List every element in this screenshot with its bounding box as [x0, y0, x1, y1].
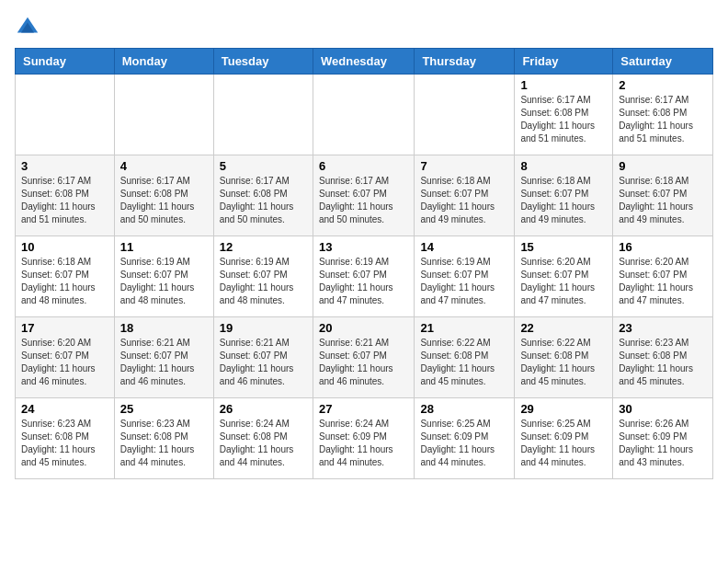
- day-of-week-header: Monday: [114, 49, 213, 75]
- day-info: Sunrise: 6:17 AM Sunset: 6:08 PM Dayligh…: [619, 94, 707, 145]
- logo: [15, 15, 44, 40]
- day-info: Sunrise: 6:18 AM Sunset: 6:07 PM Dayligh…: [619, 175, 707, 226]
- day-info: Sunrise: 6:21 AM Sunset: 6:07 PM Dayligh…: [120, 337, 208, 388]
- day-info: Sunrise: 6:17 AM Sunset: 6:08 PM Dayligh…: [220, 175, 307, 226]
- calendar-cell: 21Sunrise: 6:22 AM Sunset: 6:08 PM Dayli…: [415, 317, 515, 398]
- calendar-cell: 19Sunrise: 6:21 AM Sunset: 6:07 PM Dayli…: [213, 317, 313, 398]
- day-info: Sunrise: 6:18 AM Sunset: 6:07 PM Dayligh…: [520, 175, 607, 226]
- day-number: 8: [520, 159, 607, 173]
- calendar-cell: [313, 75, 414, 155]
- calendar-cell: 16Sunrise: 6:20 AM Sunset: 6:07 PM Dayli…: [613, 236, 713, 317]
- day-info: Sunrise: 6:21 AM Sunset: 6:07 PM Dayligh…: [220, 337, 307, 388]
- day-number: 17: [21, 321, 108, 335]
- calendar-header-row: SundayMondayTuesdayWednesdayThursdayFrid…: [16, 49, 713, 75]
- day-info: Sunrise: 6:24 AM Sunset: 6:09 PM Dayligh…: [319, 418, 408, 469]
- day-number: 6: [319, 159, 408, 173]
- calendar-cell: [213, 75, 313, 155]
- calendar-cell: [415, 75, 515, 155]
- day-number: 21: [420, 321, 508, 335]
- calendar-cell: 17Sunrise: 6:20 AM Sunset: 6:07 PM Dayli…: [16, 317, 115, 398]
- calendar-week-row: 3Sunrise: 6:17 AM Sunset: 6:08 PM Daylig…: [16, 155, 713, 236]
- calendar-cell: 9Sunrise: 6:18 AM Sunset: 6:07 PM Daylig…: [613, 155, 713, 236]
- calendar-cell: 15Sunrise: 6:20 AM Sunset: 6:07 PM Dayli…: [515, 236, 613, 317]
- day-info: Sunrise: 6:17 AM Sunset: 6:08 PM Dayligh…: [520, 94, 607, 145]
- calendar-cell: 4Sunrise: 6:17 AM Sunset: 6:08 PM Daylig…: [114, 155, 213, 236]
- calendar-cell: 20Sunrise: 6:21 AM Sunset: 6:07 PM Dayli…: [313, 317, 414, 398]
- calendar-cell: 6Sunrise: 6:17 AM Sunset: 6:07 PM Daylig…: [313, 155, 414, 236]
- day-number: 18: [120, 321, 208, 335]
- logo-icon: [15, 15, 40, 40]
- day-info: Sunrise: 6:17 AM Sunset: 6:07 PM Dayligh…: [319, 175, 408, 226]
- day-info: Sunrise: 6:25 AM Sunset: 6:09 PM Dayligh…: [520, 418, 607, 469]
- day-info: Sunrise: 6:22 AM Sunset: 6:08 PM Dayligh…: [420, 337, 508, 388]
- calendar-cell: 2Sunrise: 6:17 AM Sunset: 6:08 PM Daylig…: [613, 75, 713, 155]
- calendar-week-row: 10Sunrise: 6:18 AM Sunset: 6:07 PM Dayli…: [16, 236, 713, 317]
- day-number: 7: [420, 159, 508, 173]
- day-info: Sunrise: 6:25 AM Sunset: 6:09 PM Dayligh…: [420, 418, 508, 469]
- day-number: 14: [420, 240, 508, 254]
- day-info: Sunrise: 6:19 AM Sunset: 6:07 PM Dayligh…: [319, 256, 408, 307]
- day-info: Sunrise: 6:23 AM Sunset: 6:08 PM Dayligh…: [21, 418, 108, 469]
- calendar-cell: 28Sunrise: 6:25 AM Sunset: 6:09 PM Dayli…: [415, 398, 515, 479]
- calendar-week-row: 17Sunrise: 6:20 AM Sunset: 6:07 PM Dayli…: [16, 317, 713, 398]
- calendar-cell: 30Sunrise: 6:26 AM Sunset: 6:09 PM Dayli…: [613, 398, 713, 479]
- calendar-cell: 13Sunrise: 6:19 AM Sunset: 6:07 PM Dayli…: [313, 236, 414, 317]
- day-number: 3: [21, 159, 108, 173]
- calendar-cell: 10Sunrise: 6:18 AM Sunset: 6:07 PM Dayli…: [16, 236, 115, 317]
- day-info: Sunrise: 6:21 AM Sunset: 6:07 PM Dayligh…: [319, 337, 408, 388]
- day-number: 4: [120, 159, 208, 173]
- day-number: 2: [619, 78, 707, 92]
- calendar-cell: 25Sunrise: 6:23 AM Sunset: 6:08 PM Dayli…: [114, 398, 213, 479]
- calendar-week-row: 24Sunrise: 6:23 AM Sunset: 6:08 PM Dayli…: [16, 398, 713, 479]
- calendar-table: SundayMondayTuesdayWednesdayThursdayFrid…: [15, 48, 713, 479]
- day-info: Sunrise: 6:20 AM Sunset: 6:07 PM Dayligh…: [520, 256, 607, 307]
- day-number: 11: [120, 240, 208, 254]
- calendar-cell: 24Sunrise: 6:23 AM Sunset: 6:08 PM Dayli…: [16, 398, 115, 479]
- day-number: 30: [619, 402, 707, 416]
- day-number: 27: [319, 402, 408, 416]
- day-info: Sunrise: 6:19 AM Sunset: 6:07 PM Dayligh…: [420, 256, 508, 307]
- calendar-cell: 27Sunrise: 6:24 AM Sunset: 6:09 PM Dayli…: [313, 398, 414, 479]
- day-info: Sunrise: 6:19 AM Sunset: 6:07 PM Dayligh…: [220, 256, 307, 307]
- day-info: Sunrise: 6:26 AM Sunset: 6:09 PM Dayligh…: [619, 418, 707, 469]
- day-info: Sunrise: 6:17 AM Sunset: 6:08 PM Dayligh…: [120, 175, 208, 226]
- day-number: 28: [420, 402, 508, 416]
- calendar-cell: 3Sunrise: 6:17 AM Sunset: 6:08 PM Daylig…: [16, 155, 115, 236]
- day-of-week-header: Saturday: [613, 49, 713, 75]
- calendar-cell: 5Sunrise: 6:17 AM Sunset: 6:08 PM Daylig…: [213, 155, 313, 236]
- calendar-cell: 7Sunrise: 6:18 AM Sunset: 6:07 PM Daylig…: [415, 155, 515, 236]
- day-info: Sunrise: 6:23 AM Sunset: 6:08 PM Dayligh…: [619, 337, 707, 388]
- day-number: 5: [220, 159, 307, 173]
- day-number: 24: [21, 402, 108, 416]
- day-of-week-header: Wednesday: [313, 49, 414, 75]
- day-number: 25: [120, 402, 208, 416]
- calendar-cell: 8Sunrise: 6:18 AM Sunset: 6:07 PM Daylig…: [515, 155, 613, 236]
- day-info: Sunrise: 6:24 AM Sunset: 6:08 PM Dayligh…: [220, 418, 307, 469]
- day-info: Sunrise: 6:18 AM Sunset: 6:07 PM Dayligh…: [21, 256, 108, 307]
- day-of-week-header: Tuesday: [213, 49, 313, 75]
- page-header: [15, 15, 713, 40]
- day-number: 16: [619, 240, 707, 254]
- day-number: 15: [520, 240, 607, 254]
- day-info: Sunrise: 6:17 AM Sunset: 6:08 PM Dayligh…: [21, 175, 108, 226]
- day-number: 22: [520, 321, 607, 335]
- day-info: Sunrise: 6:23 AM Sunset: 6:08 PM Dayligh…: [120, 418, 208, 469]
- day-number: 20: [319, 321, 408, 335]
- day-number: 26: [220, 402, 307, 416]
- calendar-cell: 11Sunrise: 6:19 AM Sunset: 6:07 PM Dayli…: [114, 236, 213, 317]
- day-number: 10: [21, 240, 108, 254]
- calendar-cell: 18Sunrise: 6:21 AM Sunset: 6:07 PM Dayli…: [114, 317, 213, 398]
- calendar-week-row: 1Sunrise: 6:17 AM Sunset: 6:08 PM Daylig…: [16, 75, 713, 155]
- day-info: Sunrise: 6:18 AM Sunset: 6:07 PM Dayligh…: [420, 175, 508, 226]
- day-of-week-header: Friday: [515, 49, 613, 75]
- day-number: 13: [319, 240, 408, 254]
- calendar-cell: 26Sunrise: 6:24 AM Sunset: 6:08 PM Dayli…: [213, 398, 313, 479]
- day-number: 19: [220, 321, 307, 335]
- day-info: Sunrise: 6:20 AM Sunset: 6:07 PM Dayligh…: [21, 337, 108, 388]
- day-of-week-header: Thursday: [415, 49, 515, 75]
- day-of-week-header: Sunday: [16, 49, 115, 75]
- day-info: Sunrise: 6:20 AM Sunset: 6:07 PM Dayligh…: [619, 256, 707, 307]
- day-number: 1: [520, 78, 607, 92]
- day-info: Sunrise: 6:22 AM Sunset: 6:08 PM Dayligh…: [520, 337, 607, 388]
- calendar-cell: 1Sunrise: 6:17 AM Sunset: 6:08 PM Daylig…: [515, 75, 613, 155]
